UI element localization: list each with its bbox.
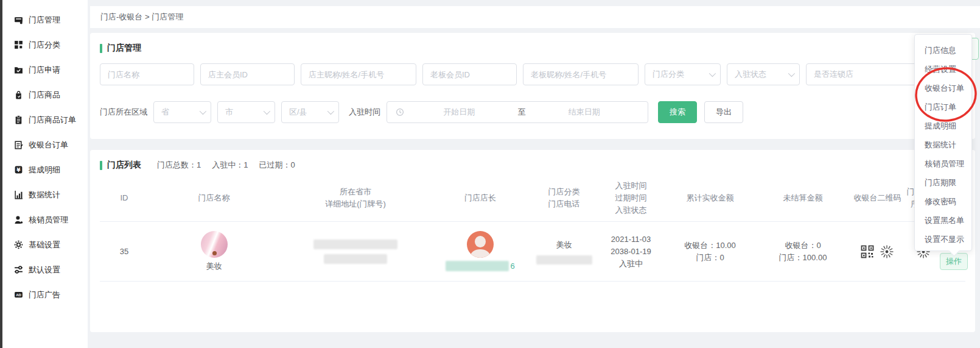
boss-name-phone-input[interactable] — [523, 63, 639, 85]
green-bar — [100, 161, 102, 170]
menu-item-change-password[interactable]: 修改密码 — [915, 192, 971, 211]
col-header-store-name: 门店名称 — [149, 192, 279, 204]
menu-item-data-statistics[interactable]: 数据统计 — [915, 135, 971, 154]
menu-item-business-settings[interactable]: 经营设置 — [915, 60, 971, 79]
mini-program-code-icon[interactable] — [880, 244, 894, 259]
sidebar-item-store-ads[interactable]: AD 门店广告 — [2, 282, 88, 307]
left-scrollbar[interactable] — [0, 0, 2, 348]
grid-icon — [13, 40, 23, 50]
cell-address — [279, 240, 432, 264]
col-header-received: 累计实收金额 — [663, 192, 757, 204]
gear-icon — [13, 240, 23, 250]
redacted-address-line2 — [324, 254, 387, 264]
col-header-id: ID — [100, 192, 149, 204]
stat-total: 门店总数：1 — [157, 160, 201, 171]
menu-item-store-term[interactable]: 门店期限 — [915, 173, 971, 192]
cell-cashier-qrcode — [849, 244, 906, 259]
ad-icon: AD — [13, 290, 23, 300]
sidebar-item-label: 收银台订单 — [29, 140, 68, 151]
clipboard-icon — [13, 115, 23, 125]
chevron-down-icon — [327, 108, 334, 115]
sidebar-item-commission-details[interactable]: ¥ 提成明细 — [2, 157, 88, 182]
stat-expired: 已过期：0 — [259, 160, 295, 171]
sidebar-item-verifier-management[interactable]: 核销员管理 — [2, 207, 88, 232]
sidebar-item-store-management[interactable]: 门店管理 — [2, 7, 88, 32]
list-title-text: 门店列表 — [107, 160, 141, 171]
col-header-address: 所在省市详细地址(门牌号) — [279, 186, 432, 210]
search-button[interactable]: 搜索 — [658, 101, 697, 123]
boss-member-id-input[interactable] — [422, 63, 517, 85]
cell-unsettled: 收银台：0 门店：100.00 — [757, 240, 849, 264]
settle-status-select[interactable]: 入驻状态 — [727, 63, 800, 85]
user-icon — [13, 215, 23, 225]
sidebar-item-cashier-orders[interactable]: 收银台订单 — [2, 132, 88, 157]
store-list-panel: 门店列表 门店总数：1 入驻中：1 已过期：0 ID 门店名称 所在省市详细地址… — [90, 150, 975, 332]
owner-name-phone-input[interactable] — [301, 63, 416, 85]
store-category-select[interactable]: 门店分类 — [645, 63, 721, 85]
received-store: 门店：0 — [663, 252, 757, 264]
cell-manager: 6 — [432, 231, 529, 272]
menu-item-commission-details[interactable]: 提成明细 — [915, 116, 971, 135]
menu-item-set-hidden[interactable]: 设置不显示 — [915, 230, 971, 249]
sidebar-item-basic-settings[interactable]: 基础设置 — [2, 232, 88, 257]
city-select[interactable]: 市 — [217, 101, 275, 123]
sidebar: 门店管理 门店分类 门店申请 门店商品 门店商品订单 收银台订单 ¥ 提成明细 … — [2, 0, 88, 348]
sidebar-item-data-statistics[interactable]: 数据统计 — [2, 182, 88, 207]
stat-active: 入驻中：1 — [212, 160, 248, 171]
store-avatar — [201, 231, 228, 258]
store-management-panel: 门店管理 门店分类 入驻状态 是否连锁店 门店所在区域 省 市 区 — [90, 33, 975, 139]
expire-date: 2038-01-19 — [599, 246, 663, 258]
chevron-down-icon — [788, 70, 795, 77]
cell-store-name: 美妆 — [149, 231, 279, 272]
panel-title: 门店管理 — [100, 43, 141, 54]
sidebar-item-store-goods[interactable]: 门店商品 — [2, 82, 88, 107]
unsettled-store: 门店：100.00 — [757, 252, 849, 264]
settle-time-label: 入驻时间 — [349, 107, 380, 118]
select-placeholder: 市 — [225, 107, 233, 118]
svg-text:¥: ¥ — [16, 167, 21, 173]
menu-item-store-info[interactable]: 门店信息 — [915, 41, 971, 60]
select-placeholder: 入驻状态 — [735, 69, 766, 80]
sidebar-item-label: 提成明细 — [29, 165, 60, 176]
cell-received: 收银台：10.00 门店：0 — [663, 240, 757, 264]
folder-check-icon — [13, 65, 23, 75]
sidebar-item-label: 门店分类 — [29, 40, 60, 51]
redacted-address-line1 — [313, 240, 397, 249]
export-button[interactable]: 导出 — [704, 101, 743, 123]
sidebar-item-label: 默认设置 — [29, 265, 60, 275]
sidebar-item-store-category[interactable]: 门店分类 — [2, 32, 88, 57]
sidebar-item-store-application[interactable]: 门店申请 — [2, 57, 88, 82]
end-date-placeholder: 结束日期 — [530, 107, 640, 118]
menu-item-set-blacklist[interactable]: 设置黑名单 — [915, 211, 971, 230]
col-header-dates: 入驻时间过期时间入驻状态 — [599, 180, 663, 216]
menu-item-verifier-management[interactable]: 核销员管理 — [915, 154, 971, 173]
menu-item-store-orders[interactable]: 门店订单 — [915, 98, 971, 116]
sidebar-item-label: 核销员管理 — [29, 215, 68, 225]
province-select[interactable]: 省 — [153, 101, 211, 123]
bag-icon — [13, 90, 23, 100]
table-row: 35 美妆 6 美妆 — [100, 222, 965, 282]
sidebar-item-label: 门店商品 — [29, 90, 60, 101]
manager-avatar — [467, 231, 494, 258]
owner-member-id-input[interactable] — [200, 63, 295, 85]
chevron-down-icon — [200, 108, 206, 115]
store-name-input[interactable] — [100, 63, 194, 85]
sidebar-item-store-goods-orders[interactable]: 门店商品订单 — [2, 107, 88, 132]
col-header-category-phone: 门店分类门店电话 — [529, 186, 599, 210]
manager-name-suffix: 6 — [510, 260, 514, 272]
cell-dates: 2021-11-03 2038-01-19 入驻中 — [599, 233, 663, 270]
receipt-icon — [13, 140, 23, 150]
redacted-manager-name — [446, 261, 509, 271]
list-stats: 门店总数：1 入驻中：1 已过期：0 — [157, 160, 306, 171]
district-select[interactable]: 区/县 — [281, 101, 339, 123]
menu-item-cashier-orders[interactable]: 收银台订单 — [915, 79, 971, 98]
qr-code-icon[interactable] — [861, 245, 874, 258]
sidebar-item-default-settings[interactable]: 默认设置 — [2, 257, 88, 282]
select-placeholder: 省 — [161, 107, 169, 118]
store-name-text: 美妆 — [206, 260, 222, 272]
unsettled-cashier: 收银台：0 — [757, 240, 849, 252]
sidebar-item-label: 门店商品订单 — [29, 115, 76, 126]
date-range-picker[interactable]: 开始日期 至 结束日期 — [387, 101, 648, 123]
storefront-icon — [13, 15, 23, 25]
received-cashier: 收银台：10.00 — [663, 240, 757, 252]
